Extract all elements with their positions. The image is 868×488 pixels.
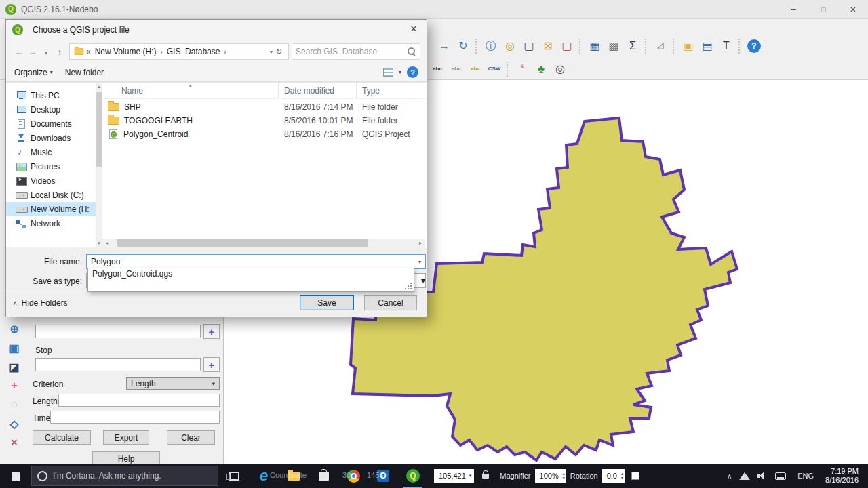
node-tool-button[interactable]: ◇ <box>5 415 23 432</box>
text-annotation-button[interactable]: T <box>717 37 735 55</box>
maximize-button[interactable] <box>808 0 838 19</box>
sidebar-item-this-pc[interactable]: This PC <box>6 88 96 102</box>
organize-button[interactable]: Organize <box>14 68 53 77</box>
spin-down-icon[interactable] <box>621 476 623 480</box>
file-name-input[interactable]: Polygon <box>86 254 426 269</box>
label-toolbar-2-button[interactable]: abc <box>448 60 465 78</box>
render-checkbox[interactable] <box>631 472 639 480</box>
volume-icon[interactable] <box>757 472 768 480</box>
label-toolbar-3-button[interactable]: abc <box>467 60 484 78</box>
grid-tool-button[interactable]: ◪ <box>5 358 23 375</box>
save-as-type-dropdown-icon[interactable] <box>421 276 425 285</box>
identify-features-button[interactable]: ⓘ <box>482 37 500 55</box>
sidebar-item-pictures[interactable]: Pictures <box>6 159 96 174</box>
network-icon[interactable] <box>739 472 750 480</box>
processing-toolbox-button[interactable]: ♣ <box>532 60 550 78</box>
file-row-togooglearth[interactable]: TOGOOGLEARTH8/5/2016 10:01 PMFile folder <box>102 114 427 127</box>
scrollbar-track[interactable] <box>112 239 416 247</box>
deselect-features-button[interactable]: ▢ <box>558 37 576 55</box>
file-row-shp[interactable]: SHP8/16/2016 7:14 PMFile folder <box>102 100 427 114</box>
save-button[interactable]: Save <box>300 295 354 310</box>
sidebar-item-downloads[interactable]: Downloads <box>6 131 96 145</box>
view-mode-dropdown-icon[interactable] <box>399 69 401 75</box>
cortana-search-box[interactable]: I'm Cortana. Ask me anything. <box>31 466 218 486</box>
lock-icon[interactable] <box>482 474 489 479</box>
plugin-flower-button[interactable]: * <box>513 60 531 78</box>
new-bookmark-button[interactable]: ▤ <box>698 37 716 55</box>
rotation-spinbox[interactable]: 0.0 <box>602 469 625 483</box>
search-input[interactable] <box>296 47 407 56</box>
chrome-taskbar-button[interactable] <box>340 464 366 488</box>
coordinate-capture-button[interactable]: ⊕ <box>5 320 23 338</box>
delete-selected-button[interactable]: × <box>5 434 23 451</box>
sidebar-scrollbar[interactable] <box>96 83 102 247</box>
map-tips-button[interactable]: ▣ <box>679 37 697 55</box>
osm-place-search-button[interactable]: ◎ <box>551 60 569 78</box>
circle-tool-button[interactable]: ◌ <box>5 396 23 413</box>
sidebar-item-desktop[interactable]: Desktop <box>6 102 96 117</box>
coordinate-box[interactable]: 105,421 <box>434 469 474 483</box>
hide-folders-button[interactable]: Hide Folders <box>13 298 68 308</box>
edge-taskbar-button[interactable]: e <box>251 464 277 488</box>
coordinate-dropdown-icon[interactable] <box>469 473 472 479</box>
autocomplete-item[interactable]: Polygon_Centroid.qgs <box>88 268 414 279</box>
task-view-button[interactable] <box>221 464 247 488</box>
sidebar-item-documents[interactable]: Documents <box>6 117 96 131</box>
column-header-date-modified[interactable]: Date modified <box>279 83 357 98</box>
scroll-right-icon[interactable] <box>416 240 425 246</box>
clock[interactable]: 7:19 PM 8/16/2016 <box>825 467 861 485</box>
select-features-button[interactable]: ▢ <box>520 37 538 55</box>
sidebar-item-music[interactable]: Music <box>6 145 96 159</box>
criterion-select[interactable]: Length <box>126 377 220 390</box>
up-button[interactable] <box>53 47 66 57</box>
clear-button[interactable]: Clear <box>167 430 215 445</box>
run-feature-action-button[interactable]: ◎ <box>501 37 519 55</box>
scroll-left-icon[interactable] <box>102 240 112 246</box>
dialog-close-button[interactable] <box>402 20 425 39</box>
scrollbar-thumb[interactable] <box>117 239 368 247</box>
refresh-map-button[interactable]: ↻ <box>454 37 472 55</box>
refresh-icon[interactable] <box>273 47 285 56</box>
sidebar-item-local-disk-c[interactable]: Local Disk (C:) <box>6 188 96 202</box>
forward-button[interactable] <box>26 47 39 57</box>
file-explorer-taskbar-button[interactable] <box>281 464 307 488</box>
breadcrumb-new-volume[interactable]: New Volume (H:) <box>92 47 159 56</box>
start-point-input[interactable] <box>35 325 201 338</box>
pick-stop-point-button[interactable] <box>203 357 220 372</box>
file-row-polygon-centroid[interactable]: Polygon_Centroid8/16/2016 7:16 PMQGIS Pr… <box>102 127 427 141</box>
new-folder-button[interactable]: New folder <box>65 68 104 77</box>
sidebar-item-network[interactable]: Network <box>6 216 96 230</box>
magnifier-spinbox[interactable]: 100% <box>535 469 566 483</box>
close-button[interactable] <box>838 0 868 19</box>
column-header-type[interactable]: Type <box>357 83 427 98</box>
pick-start-point-button[interactable] <box>203 324 220 339</box>
file-name-dropdown-icon[interactable] <box>414 255 425 268</box>
measure-line-button[interactable]: ⊿ <box>652 37 669 55</box>
help-button[interactable]: ? <box>747 39 761 53</box>
horizontal-scrollbar[interactable] <box>102 239 425 247</box>
help-icon[interactable] <box>407 66 418 78</box>
zoom-next-button[interactable]: → <box>435 37 453 55</box>
back-button[interactable] <box>12 47 26 57</box>
scrollbar-thumb[interactable] <box>96 92 102 167</box>
calculate-button[interactable]: Calculate <box>33 430 91 445</box>
sidebar-item-videos[interactable]: Videos <box>6 174 96 188</box>
touch-keyboard-icon[interactable] <box>775 472 786 480</box>
column-header-name[interactable]: Name <box>102 83 279 98</box>
copy-coordinates-button[interactable]: ▣ <box>5 339 23 357</box>
breadcrumb-gis-database[interactable]: GIS_Database <box>164 47 223 56</box>
spin-down-icon[interactable] <box>563 476 565 480</box>
qgis-taskbar-button[interactable]: Q <box>400 464 426 488</box>
address-bar[interactable]: « New Volume (H:) › GIS_Database › <box>69 43 289 60</box>
label-toolbar-1-button[interactable]: abc <box>429 60 446 78</box>
stop-point-input[interactable] <box>35 358 201 371</box>
select-by-expression-button[interactable]: ⊠ <box>539 37 557 55</box>
start-button[interactable] <box>0 464 31 488</box>
minimize-button[interactable] <box>778 0 808 19</box>
store-taskbar-button[interactable] <box>311 464 336 488</box>
resize-grip[interactable] <box>405 283 412 289</box>
sidebar-item-new-volume-h[interactable]: New Volume (H: <box>6 202 96 216</box>
recent-locations-dropdown[interactable] <box>39 47 53 57</box>
outlook-taskbar-button[interactable]: O <box>370 464 396 488</box>
scroll-up-icon[interactable] <box>96 83 102 91</box>
